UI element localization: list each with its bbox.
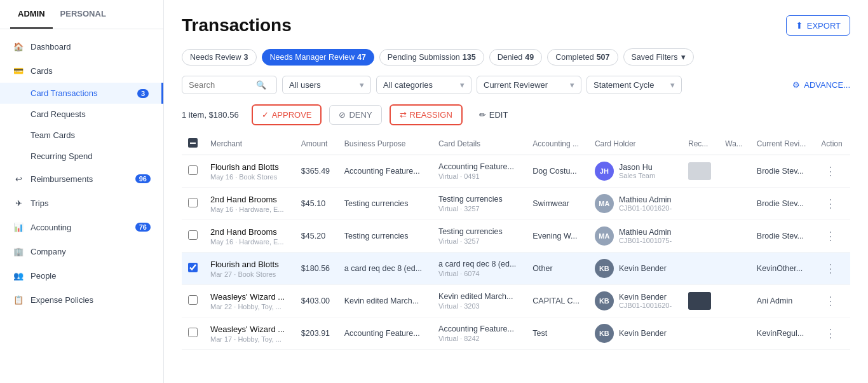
all-categories-label: All categories [383,80,433,90]
accounting-text: Other [532,264,582,273]
merchant-name: Weasleys' Wizard ... [210,292,288,302]
sidebar-item-company[interactable]: 🏢 Company [0,239,163,263]
row-checkbox-cell[interactable] [182,155,204,188]
edit-button[interactable]: ✏ EDIT [470,106,517,124]
cell-action[interactable]: ⋮ [815,253,850,285]
card-details-sub: Virtual · 0491 [438,172,520,180]
cardholder-sub: CJB01-1001620- [619,302,672,309]
col-merchant: Merchant [204,133,295,155]
sidebar-item-people[interactable]: 👥 People [0,263,163,288]
cell-card-details: a card req dec 8 (ed... Virtual · 6074 [432,253,526,285]
select-all-header[interactable] [182,133,204,155]
current-reviewer-filter[interactable]: Current Reviewer ▾ [477,76,581,94]
merchant-name: 2nd Hand Brooms [210,227,288,237]
cell-business-purpose: Accounting Feature... [338,155,432,188]
row-actions-menu-button[interactable]: ⋮ [821,196,840,211]
table-header-row: Merchant Amount Business Purpose Card De… [182,133,850,155]
row-actions-menu-button[interactable]: ⋮ [821,326,840,341]
cell-action[interactable]: ⋮ [815,317,850,350]
cell-rec [682,317,719,350]
sidebar-item-team-cards[interactable]: Team Cards [0,125,163,146]
cell-merchant: Flourish and Blotts May 16 · Book Stores [204,155,295,188]
cell-rec [682,188,719,220]
row-actions-menu-button[interactable]: ⋮ [821,293,840,309]
search-box[interactable]: 🔍 [182,76,277,94]
row-checkbox-cell[interactable] [182,188,204,220]
current-reviewer-chevron-icon: ▾ [570,80,574,90]
tab-admin[interactable]: ADMIN [10,0,53,29]
row-checkbox[interactable] [188,263,198,272]
row-checkbox[interactable] [188,230,198,240]
reviewer-name: Brodie Stev... [757,232,808,240]
pill-saved-filters[interactable]: Saved Filters ▾ [623,48,695,66]
row-checkbox[interactable] [188,295,198,305]
row-actions-menu-button[interactable]: ⋮ [821,164,840,179]
row-actions-menu-button[interactable]: ⋮ [821,261,840,276]
col-card-details: Card Details [432,133,526,155]
row-checkbox-cell[interactable] [182,285,204,317]
page-header: Transactions ⬆ EXPORT [182,15,850,36]
cell-cardholder: JH Jason Hu Sales Team [588,155,682,188]
current-reviewer-label: Current Reviewer [484,80,548,90]
cards-icon: 💳 [13,65,24,76]
approve-button[interactable]: ✓ APPROVE [252,104,322,125]
sidebar-item-recurring-spend[interactable]: Recurring Spend [0,146,163,167]
all-users-filter[interactable]: All users ▾ [282,76,371,94]
row-checkbox[interactable] [188,165,198,175]
sidebar-item-dashboard[interactable]: 🏠 Dashboard [0,34,163,59]
pill-needs-review[interactable]: Needs Review 3 [182,49,257,66]
all-users-chevron-icon: ▾ [360,80,364,90]
cell-action[interactable]: ⋮ [815,285,850,317]
row-actions-menu-button[interactable]: ⋮ [821,228,840,244]
sidebar-item-cards[interactable]: 💳 Cards [0,59,163,83]
search-input[interactable] [189,80,252,90]
row-checkbox[interactable] [188,328,198,337]
row-checkbox[interactable] [188,198,198,207]
sidebar-item-reimbursements[interactable]: ↩ Reimbursements 96 [0,167,163,191]
statement-cycle-filter[interactable]: Statement Cycle ▾ [587,76,682,94]
avatar: MA [595,226,614,246]
card-details-name: Testing currencies [438,227,520,236]
all-categories-filter[interactable]: All categories ▾ [376,76,471,94]
people-icon: 👥 [13,270,24,281]
cell-action[interactable]: ⋮ [815,188,850,220]
cell-action[interactable]: ⋮ [815,155,850,188]
pill-denied[interactable]: Denied 49 [489,49,543,66]
col-reviewer: Current Revi... [750,133,815,155]
tab-personal[interactable]: PERSONAL [53,0,114,29]
cell-reviewer: KevinOther... [750,253,815,285]
sidebar-tab-bar: ADMIN PERSONAL [0,0,163,29]
deny-icon: ⊘ [339,110,346,120]
pill-needs-manager-review[interactable]: Needs Manager Review 47 [262,49,374,66]
policies-icon: 📋 [13,294,24,305]
accounting-text: Swimwear [532,199,582,208]
sidebar-item-accounting[interactable]: 📊 Accounting 76 [0,215,163,239]
advance-button[interactable]: ⚙ ADVANCE... [792,80,850,90]
row-checkbox-cell[interactable] [182,317,204,350]
pill-pending-submission[interactable]: Pending Submission 135 [379,49,484,66]
col-rec: Rec... [682,133,719,155]
cell-accounting: Swimwear [526,188,588,220]
table-row: Flourish and Blotts Mar 27 · Book Stores… [182,253,850,285]
merchant-name: 2nd Hand Brooms [210,195,288,204]
sidebar-item-card-transactions[interactable]: Card Transactions 3 [0,83,163,104]
card-details-sub: Virtual · 8242 [438,335,520,342]
cell-card-details: Accounting Feature... Virtual · 8242 [432,317,526,350]
export-button[interactable]: ⬆ EXPORT [786,15,850,36]
merchant-name: Weasleys' Wizard ... [210,324,288,334]
pill-completed[interactable]: Completed 507 [547,49,618,66]
sidebar-label-card-requests: Card Requests [31,109,86,119]
col-business-purpose: Business Purpose [338,133,432,155]
avatar: KB [595,291,614,310]
table-body: Flourish and Blotts May 16 · Book Stores… [182,155,850,350]
row-checkbox-cell[interactable] [182,220,204,253]
row-checkbox-cell[interactable] [182,253,204,285]
sidebar-item-expense-policies[interactable]: 📋 Expense Policies [0,288,163,312]
deny-button[interactable]: ⊘ DENY [329,105,381,125]
cardholder-name: Mathieu Admin [619,228,672,237]
sidebar-item-trips[interactable]: ✈ Trips [0,191,163,215]
reassign-button[interactable]: ⇄ REASSIGN [390,104,463,125]
cell-action[interactable]: ⋮ [815,220,850,253]
sidebar-item-card-requests[interactable]: Card Requests [0,104,163,125]
approve-label: APPROVE [272,110,312,120]
